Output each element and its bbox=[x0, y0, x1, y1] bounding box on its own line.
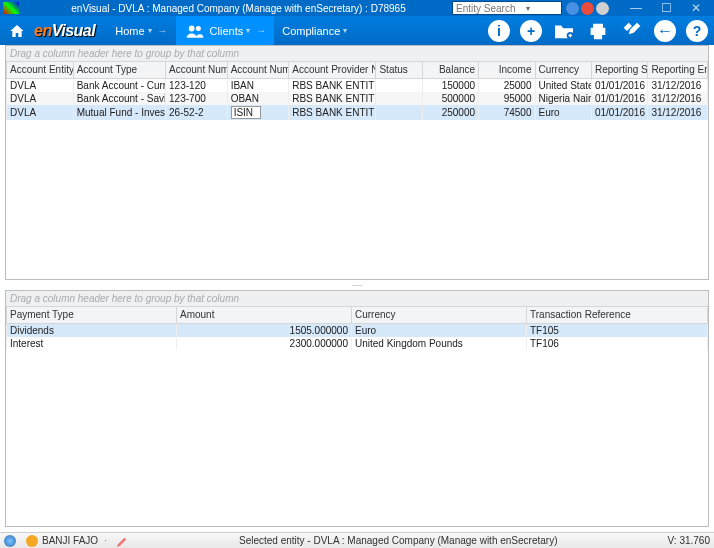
svg-point-0 bbox=[188, 25, 194, 31]
content-area: Drag a column header here to group by th… bbox=[5, 45, 709, 528]
accounts-table[interactable]: Account Entity Nam Account Type Account … bbox=[6, 62, 708, 120]
col-ref[interactable]: Transaction Reference bbox=[527, 307, 708, 323]
maximize-button[interactable]: ☐ bbox=[651, 1, 681, 15]
menu-compliance-label: Compliance bbox=[282, 25, 340, 37]
table-row[interactable]: DVLABank Account - Current123-120IBANRBS… bbox=[7, 78, 708, 92]
main-navbar: enVisual Home▾→ Clients▾→ Compliance▾ i … bbox=[0, 16, 714, 45]
titlebar-quick-icons bbox=[566, 2, 609, 15]
col-end[interactable]: Reporting End Da bbox=[648, 62, 708, 78]
col-type[interactable]: Account Type bbox=[73, 62, 165, 78]
window-controls: — ☐ ✕ bbox=[621, 1, 711, 15]
user-icon bbox=[26, 535, 38, 547]
home-icon[interactable] bbox=[6, 20, 28, 42]
back-button[interactable]: ← bbox=[654, 20, 676, 42]
menu-compliance[interactable]: Compliance▾ bbox=[274, 16, 355, 45]
window-titlebar: enVisual - DVLA : Managed Company (Manag… bbox=[0, 0, 714, 16]
table-row[interactable]: Dividends1505.000000EuroTF105 bbox=[7, 323, 708, 337]
tools-button[interactable] bbox=[620, 19, 644, 43]
col-currency[interactable]: Currency bbox=[535, 62, 591, 78]
table-row[interactable]: DVLAMutual Fund - Investment26-52-2ISINR… bbox=[7, 105, 708, 120]
col-pcurrency[interactable]: Currency bbox=[352, 307, 527, 323]
minimize-button[interactable]: — bbox=[621, 1, 651, 15]
app-logo: enVisual bbox=[34, 22, 95, 40]
group-by-bar-top[interactable]: Drag a column header here to group by th… bbox=[6, 46, 708, 62]
folder-button[interactable] bbox=[552, 19, 576, 43]
status-user: BANJI FAJO bbox=[42, 535, 98, 546]
edit-icon[interactable] bbox=[117, 536, 129, 546]
clear-icon[interactable] bbox=[581, 2, 594, 15]
gear-icon[interactable] bbox=[596, 2, 609, 15]
entity-search-box[interactable]: ▾ bbox=[452, 1, 562, 15]
menu-home-label: Home bbox=[115, 25, 144, 37]
col-ptype[interactable]: Payment Type bbox=[7, 307, 177, 323]
help-button[interactable]: ? bbox=[686, 20, 708, 42]
info-button[interactable]: i bbox=[488, 20, 510, 42]
col-accnum[interactable]: Account Number bbox=[166, 62, 228, 78]
payments-table[interactable]: Payment Type Amount Currency Transaction… bbox=[6, 307, 708, 350]
forward-icon[interactable]: → bbox=[256, 25, 266, 36]
close-button[interactable]: ✕ bbox=[681, 1, 711, 15]
group-by-bar-bottom[interactable]: Drag a column header here to group by th… bbox=[6, 291, 708, 307]
status-bar: BANJI FAJO · Selected entity - DVLA : Ma… bbox=[0, 532, 714, 548]
add-button[interactable]: + bbox=[520, 20, 542, 42]
status-version: V: 31.760 bbox=[668, 535, 710, 546]
col-entity[interactable]: Account Entity Nam bbox=[7, 62, 74, 78]
col-income[interactable]: Income bbox=[479, 62, 535, 78]
window-title: enVisual - DVLA : Managed Company (Manag… bbox=[25, 3, 452, 14]
clients-icon bbox=[184, 20, 206, 42]
menu-clients[interactable]: Clients▾→ bbox=[176, 16, 275, 45]
globe-icon[interactable] bbox=[4, 535, 16, 547]
col-start[interactable]: Reporting Start D bbox=[591, 62, 647, 78]
menu-clients-label: Clients bbox=[210, 25, 244, 37]
chevron-down-icon[interactable]: ▾ bbox=[526, 4, 530, 13]
payments-panel: Drag a column header here to group by th… bbox=[5, 290, 709, 527]
col-balance[interactable]: Balance bbox=[422, 62, 478, 78]
col-status[interactable]: Status bbox=[376, 62, 422, 78]
col-provider[interactable]: Account Provider Name bbox=[289, 62, 376, 78]
svg-point-1 bbox=[195, 26, 200, 31]
status-entity: Selected entity - DVLA : Managed Company… bbox=[129, 535, 668, 546]
entity-search-input[interactable] bbox=[456, 3, 526, 14]
print-button[interactable] bbox=[586, 19, 610, 43]
app-icon bbox=[3, 2, 19, 14]
table-row[interactable]: Interest2300.000000United Kingdom Pounds… bbox=[7, 337, 708, 350]
search-icon[interactable] bbox=[566, 2, 579, 15]
forward-icon[interactable]: → bbox=[158, 25, 168, 36]
col-amount[interactable]: Amount bbox=[177, 307, 352, 323]
splitter-handle[interactable]: ····· bbox=[5, 282, 709, 288]
col-accnum2[interactable]: Account Number bbox=[227, 62, 289, 78]
menu-home[interactable]: Home▾→ bbox=[107, 16, 175, 45]
table-row[interactable]: DVLABank Account - Savings123-700OBANRBS… bbox=[7, 92, 708, 105]
accounts-panel: Drag a column header here to group by th… bbox=[5, 45, 709, 280]
